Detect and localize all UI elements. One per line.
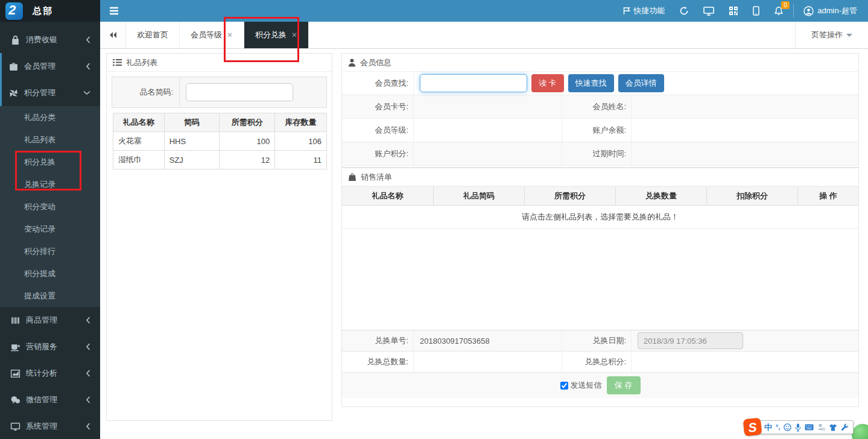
- topbar-separator: [793, 4, 794, 17]
- sidebar-item-goods[interactable]: 商品管理: [0, 307, 100, 333]
- gift-search-input[interactable]: [186, 83, 293, 101]
- sidebar-item-points[interactable]: 积分管理: [0, 80, 100, 106]
- tab-points-exchange[interactable]: 积分兑换 ✕: [244, 22, 309, 48]
- microphone-icon[interactable]: [795, 423, 801, 432]
- sidebar-item-label: 消费收银: [26, 34, 57, 45]
- shopping-bag-icon: [348, 172, 356, 182]
- tab-actions-dropdown[interactable]: 页签操作: [795, 22, 868, 48]
- submenu-item-exchange-records[interactable]: 兑换记录: [0, 173, 100, 195]
- member-row: 账户积分: 过期时间:: [342, 142, 858, 166]
- chevron-left-icon: [86, 423, 90, 430]
- chevron-down-icon: [83, 90, 90, 95]
- submenu-item-gift-category[interactable]: 礼品分类: [0, 106, 100, 128]
- member-search-input[interactable]: [420, 74, 527, 92]
- exchange-order-row: 兑换单号: 2018030917053658 兑换日期: 2018/3/9 17…: [342, 330, 858, 352]
- chevron-left-icon: [86, 370, 90, 377]
- tab-actions-label: 页签操作: [811, 30, 843, 40]
- floating-assistant-ball[interactable]: [852, 424, 868, 439]
- submenu-item-points-change[interactable]: 积分变动: [0, 195, 100, 218]
- notifications-button[interactable]: 0: [767, 0, 791, 22]
- caret-down-icon: [846, 34, 852, 37]
- sidebar-item-system[interactable]: 系统管理: [0, 413, 100, 439]
- close-icon[interactable]: ✕: [291, 31, 297, 39]
- quick-find-button[interactable]: 快速查找: [568, 74, 614, 92]
- qr-code-button[interactable]: [721, 0, 746, 22]
- monitor-icon: [10, 422, 21, 432]
- lock-icon: [10, 35, 21, 45]
- exchange-total-qty: [413, 352, 562, 372]
- sogou-logo-icon[interactable]: S: [743, 418, 762, 437]
- user-label: admin-超管: [817, 5, 857, 16]
- gift-col-stock: 库存数量: [275, 113, 327, 132]
- ime-punctuation-toggle[interactable]: °,: [776, 424, 780, 431]
- user-menu[interactable]: admin-超管: [796, 0, 868, 22]
- refresh-button[interactable]: [672, 0, 696, 22]
- hamburger-menu-icon[interactable]: [100, 0, 128, 22]
- keyboard-icon[interactable]: [805, 424, 814, 431]
- gift-table-row[interactable]: 湿纸巾 SZJ 12 11: [113, 151, 327, 169]
- submenu-item-change-records[interactable]: 变动记录: [0, 218, 100, 240]
- chevron-left-icon: [86, 63, 90, 70]
- sales-list-panel: 销售清单 礼品名称 礼品简码 所需积分 兑换数量 扣除积分 操 作 请点击左侧礼…: [341, 168, 859, 407]
- person-icon: [348, 58, 356, 67]
- exchange-date-input: 2018/3/9 17:05:36: [638, 332, 743, 349]
- submenu-item-gift-list[interactable]: 礼品列表: [0, 128, 100, 151]
- tabs-rewind-button[interactable]: [100, 22, 126, 48]
- ime-toolbar: 中 °, 12: [759, 420, 854, 434]
- emoji-icon[interactable]: [784, 423, 791, 431]
- double-left-icon: [109, 31, 117, 39]
- user-count-icon[interactable]: 12: [817, 423, 825, 431]
- sidebar-item-label: 系统管理: [26, 421, 57, 432]
- sidebar-item-label: 营销服务: [26, 341, 57, 352]
- exchange-order-number: 2018030917053658: [413, 330, 562, 351]
- member-level-value: [413, 119, 562, 142]
- submenu-item-points-commission[interactable]: 积分提成: [0, 262, 100, 285]
- phone-icon: [753, 6, 759, 16]
- member-row: 会员卡号: 会员姓名:: [342, 95, 858, 119]
- mobile-button[interactable]: [746, 0, 767, 22]
- gift-table: 礼品名称 简码 所需积分 库存数量 火花塞 HHS 100 106 湿纸巾 SZ…: [113, 113, 327, 169]
- list-icon: [113, 58, 122, 66]
- gift-table-row[interactable]: 火花塞 HHS 100 106: [113, 132, 327, 151]
- refresh-icon: [679, 6, 689, 16]
- tab-welcome[interactable]: 欢迎首页: [126, 22, 180, 48]
- member-balance-value: [631, 119, 858, 142]
- member-expire-value: [631, 142, 858, 165]
- submenu-item-points-exchange[interactable]: 积分兑换: [0, 151, 100, 173]
- briefcase-icon: [8, 62, 19, 72]
- sidebar-item-label: 会员管理: [24, 61, 55, 72]
- notification-badge: 0: [781, 1, 790, 9]
- ime-mode-toggle[interactable]: 中: [764, 423, 772, 431]
- screen-button[interactable]: [696, 0, 721, 22]
- logo-area[interactable]: 2 总部: [0, 0, 100, 22]
- app-title: 总部: [33, 5, 53, 17]
- wrench-settings-icon[interactable]: [841, 423, 849, 431]
- member-panel-header: 会员信息: [342, 54, 858, 72]
- tabbar: 欢迎首页 会员等级 ✕ 积分兑换 ✕ 页签操作: [100, 22, 868, 49]
- gift-panel-header: 礼品列表: [107, 54, 332, 72]
- quick-functions-label: 快捷功能: [633, 5, 665, 16]
- gift-list-panel: 礼品列表 品名简码: 礼品名称 简码 所需积分 库存数量 火花塞 HHS 100…: [106, 53, 332, 421]
- member-detail-button[interactable]: 会员详情: [618, 74, 664, 92]
- sidebar-item-cashier[interactable]: 消费收银: [0, 27, 100, 53]
- submenu-item-points-ranking[interactable]: 积分排行: [0, 240, 100, 262]
- save-button[interactable]: 保 存: [607, 376, 641, 394]
- sidebar-item-members[interactable]: 会员管理: [0, 53, 100, 80]
- gift-col-code: 简码: [164, 113, 220, 132]
- send-sms-checkbox[interactable]: [560, 382, 568, 390]
- gift-col-points: 所需积分: [220, 113, 275, 132]
- sidebar-item-wechat[interactable]: 微信管理: [0, 387, 100, 413]
- chevron-left-icon: [86, 36, 90, 43]
- tab-member-level[interactable]: 会员等级 ✕: [180, 22, 244, 48]
- sidebar-item-label: 统计分析: [26, 368, 57, 379]
- skin-tshirt-icon[interactable]: [829, 424, 837, 431]
- chart-icon: [10, 368, 21, 379]
- sidebar-item-statistics[interactable]: 统计分析: [0, 360, 100, 387]
- barcode-icon: [10, 315, 21, 326]
- member-panel-title: 会员信息: [360, 57, 391, 68]
- read-card-button[interactable]: 读 卡: [531, 74, 564, 92]
- submenu-item-commission-settings[interactable]: 提成设置: [0, 285, 100, 307]
- sidebar-item-marketing[interactable]: 营销服务: [0, 333, 100, 360]
- quick-functions-button[interactable]: 快捷功能: [616, 0, 672, 22]
- close-icon[interactable]: ✕: [227, 31, 233, 39]
